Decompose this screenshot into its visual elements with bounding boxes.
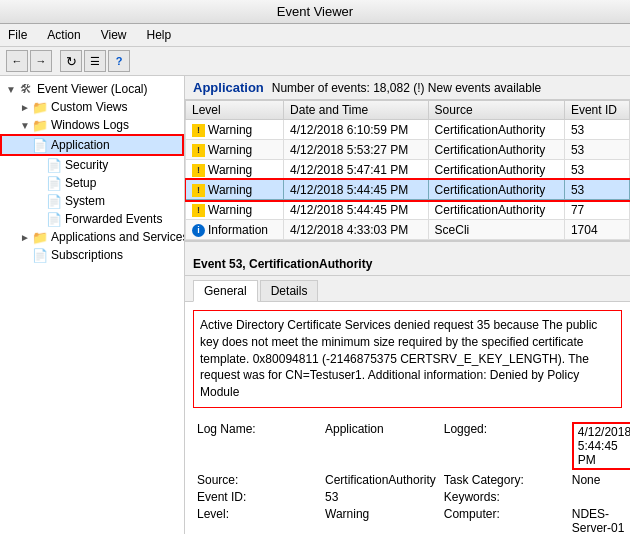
table-row[interactable]: !Warning 4/12/2018 5:44:45 PM Certificat… xyxy=(186,200,630,220)
cell-eventid: 77 xyxy=(564,200,629,220)
detail-pane: Event 53, CertificationAuthority General… xyxy=(185,253,630,534)
level-value: Warning xyxy=(325,507,436,534)
logged-value: 4/12/2018 5:44:45 PM xyxy=(572,422,630,470)
help-button[interactable]: ? xyxy=(108,50,130,72)
table-row[interactable]: !Warning 4/12/2018 5:53:27 PM Certificat… xyxy=(186,140,630,160)
log-icon: 📄 xyxy=(46,211,62,227)
cell-date: 4/12/2018 5:44:45 PM xyxy=(284,200,428,220)
detail-header: Event 53, CertificationAuthority xyxy=(185,253,630,276)
events-table: Level Date and Time Source Event ID !War… xyxy=(185,100,630,240)
source-label: Source: xyxy=(197,473,317,487)
sidebar-item-custom-views[interactable]: ► 📁 Custom Views xyxy=(0,98,184,116)
menu-view[interactable]: View xyxy=(97,26,131,44)
expand-icon: ► xyxy=(18,230,32,244)
expand-icon: ▼ xyxy=(18,118,32,132)
table-row[interactable]: iInformation 4/12/2018 4:33:03 PM SceCli… xyxy=(186,220,630,240)
menu-file[interactable]: File xyxy=(4,26,31,44)
cell-source: CertificationAuthority xyxy=(428,180,564,200)
tabs-bar: General Details xyxy=(185,276,630,302)
task-category-label: Task Category: xyxy=(444,473,564,487)
sidebar-item-security[interactable]: 📄 Security xyxy=(0,156,184,174)
properties-button[interactable]: ☰ xyxy=(84,50,106,72)
folder-icon: 📁 xyxy=(32,229,48,245)
menu-bar: File Action View Help xyxy=(0,24,630,47)
sidebar-item-windows-logs[interactable]: ▼ 📁 Windows Logs xyxy=(0,116,184,134)
folder-icon: 📁 xyxy=(32,99,48,115)
sidebar-item-event-viewer-local[interactable]: ▼ 🛠 Event Viewer (Local) xyxy=(0,80,184,98)
sidebar-item-setup[interactable]: 📄 Setup xyxy=(0,174,184,192)
cell-source: CertificationAuthority xyxy=(428,160,564,180)
log-name-label: Log Name: xyxy=(197,422,317,470)
content-info: Number of events: 18,082 (!) New events … xyxy=(272,81,541,95)
cell-date: 4/12/2018 6:10:59 PM xyxy=(284,120,428,140)
menu-action[interactable]: Action xyxy=(43,26,84,44)
cell-eventid: 53 xyxy=(564,180,629,200)
cell-date: 4/12/2018 5:53:27 PM xyxy=(284,140,428,160)
expand-icon: ► xyxy=(18,100,32,114)
sidebar-item-apps-services[interactable]: ► 📁 Applications and Services Logs xyxy=(0,228,184,246)
cell-source: CertificationAuthority xyxy=(428,140,564,160)
table-row[interactable]: !Warning 4/12/2018 5:44:45 PM Certificat… xyxy=(186,180,630,200)
title-bar: Event Viewer xyxy=(0,0,630,24)
expand-icon: ▼ xyxy=(4,82,18,96)
keywords-label: Keywords: xyxy=(444,490,564,504)
cell-date: 4/12/2018 5:44:45 PM xyxy=(284,180,428,200)
cell-source: SceCli xyxy=(428,220,564,240)
events-table-wrapper: Level Date and Time Source Event ID !War… xyxy=(185,100,630,241)
col-source[interactable]: Source xyxy=(428,101,564,120)
log-icon: 📄 xyxy=(46,193,62,209)
computer-icon: 🛠 xyxy=(18,81,34,97)
content-title: Application xyxy=(193,80,264,95)
forward-button[interactable]: → xyxy=(30,50,52,72)
col-datetime[interactable]: Date and Time xyxy=(284,101,428,120)
level-label: Level: xyxy=(197,507,317,534)
sidebar-item-forwarded-events[interactable]: 📄 Forwarded Events xyxy=(0,210,184,228)
tab-details[interactable]: Details xyxy=(260,280,319,301)
cell-level: !Warning xyxy=(186,120,284,140)
cell-eventid: 1704 xyxy=(564,220,629,240)
refresh-button[interactable]: ↻ xyxy=(60,50,82,72)
cell-date: 4/12/2018 4:33:03 PM xyxy=(284,220,428,240)
sidebar-item-system[interactable]: 📄 System xyxy=(0,192,184,210)
cell-level: !Warning xyxy=(186,200,284,220)
toolbar: ← → ↻ ☰ ? xyxy=(0,47,630,76)
sidebar: ▼ 🛠 Event Viewer (Local) ► 📁 Custom View… xyxy=(0,76,185,534)
tab-general[interactable]: General xyxy=(193,280,258,302)
cell-level: !Warning xyxy=(186,160,284,180)
log-icon: 📄 xyxy=(46,157,62,173)
table-row[interactable]: !Warning 4/12/2018 6:10:59 PM Certificat… xyxy=(186,120,630,140)
cell-eventid: 53 xyxy=(564,160,629,180)
cell-level: !Warning xyxy=(186,180,284,200)
folder-icon: 📁 xyxy=(32,117,48,133)
event-id-value: 53 xyxy=(325,490,436,504)
table-row[interactable]: !Warning 4/12/2018 5:47:41 PM Certificat… xyxy=(186,160,630,180)
log-icon: 📄 xyxy=(32,137,48,153)
log-icon: 📄 xyxy=(46,175,62,191)
detail-fields: Log Name: Application Logged: 4/12/2018 … xyxy=(185,416,630,534)
content-header: Application Number of events: 18,082 (!)… xyxy=(185,76,630,100)
back-button[interactable]: ← xyxy=(6,50,28,72)
task-category-value: None xyxy=(572,473,630,487)
source-value: CertificationAuthority xyxy=(325,473,436,487)
logged-label: Logged: xyxy=(444,422,564,470)
cell-level: !Warning xyxy=(186,140,284,160)
cell-date: 4/12/2018 5:47:41 PM xyxy=(284,160,428,180)
cell-source: CertificationAuthority xyxy=(428,200,564,220)
sidebar-item-subscriptions[interactable]: 📄 Subscriptions xyxy=(0,246,184,264)
col-eventid[interactable]: Event ID xyxy=(564,101,629,120)
content-area: Application Number of events: 18,082 (!)… xyxy=(185,76,630,534)
menu-help[interactable]: Help xyxy=(143,26,176,44)
table-scrollbar[interactable] xyxy=(185,241,630,253)
col-level[interactable]: Level xyxy=(186,101,284,120)
computer-label: Computer: xyxy=(444,507,564,534)
keywords-value xyxy=(572,490,630,504)
cell-source: CertificationAuthority xyxy=(428,120,564,140)
cell-level: iInformation xyxy=(186,220,284,240)
computer-value: NDES-Server-01 xyxy=(572,507,630,534)
log-icon: 📄 xyxy=(32,247,48,263)
log-name-value: Application xyxy=(325,422,436,470)
cell-eventid: 53 xyxy=(564,140,629,160)
event-message-box: Active Directory Certificate Services de… xyxy=(193,310,622,408)
sidebar-item-application[interactable]: 📄 Application xyxy=(0,134,184,156)
event-id-label: Event ID: xyxy=(197,490,317,504)
